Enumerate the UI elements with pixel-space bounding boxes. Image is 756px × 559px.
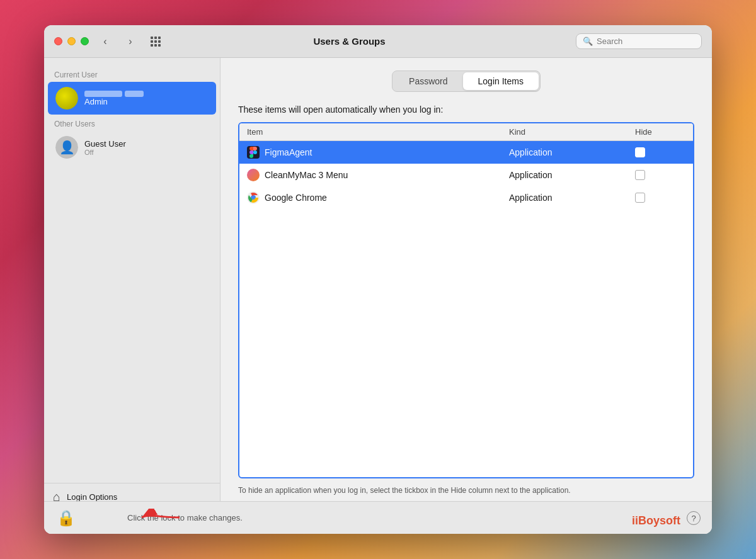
table-body: FigmaAgent Application CleanMyMac 3 Menu… — [239, 141, 693, 267]
minimize-button[interactable] — [67, 37, 76, 45]
row-item-chrome: Google Chrome — [247, 191, 509, 204]
table-row[interactable]: Google Chrome Application — [239, 186, 693, 209]
other-users-label: Other Users — [44, 115, 220, 131]
search-icon: 🔍 — [583, 37, 593, 46]
figma-row-name: FigmaAgent — [265, 147, 312, 157]
column-hide: Hide — [635, 127, 685, 137]
tab-container: Password Login Items — [392, 71, 541, 92]
bottom-bar: 🔒 Click the lock to make changes. iiBoys… — [44, 501, 712, 534]
tab-login-items[interactable]: Login Items — [463, 72, 539, 90]
back-button[interactable]: ‹ — [96, 33, 114, 50]
lock-icon[interactable]: 🔒 — [57, 509, 76, 527]
row-item-clm: CleanMyMac 3 Menu — [247, 169, 509, 181]
figma-icon — [247, 146, 260, 159]
svg-point-2 — [251, 196, 255, 200]
maximize-button[interactable] — [81, 37, 89, 45]
chrome-row-kind: Application — [509, 193, 635, 203]
iboysoft-logo: iiBoysoft — [632, 514, 680, 528]
main-content: Current User Admin Other Users 👤 — [44, 58, 712, 534]
admin-role: Admin — [84, 97, 144, 106]
table-row[interactable]: CleanMyMac 3 Menu Application — [239, 164, 693, 186]
column-kind: Kind — [509, 127, 635, 137]
figma-row-kind: Application — [509, 147, 635, 157]
table-header: Item Kind Hide — [239, 123, 693, 141]
login-options-label: Login Options — [67, 492, 117, 502]
tabs: Password Login Items — [238, 71, 694, 92]
clm-hide-checkbox[interactable] — [635, 170, 645, 180]
chrome-row-name: Google Chrome — [265, 193, 327, 203]
table-row[interactable]: FigmaAgent Application — [239, 141, 693, 164]
admin-user-item[interactable]: Admin — [48, 82, 216, 115]
admin-name-blurred-1 — [84, 91, 122, 97]
guest-avatar: 👤 — [55, 136, 78, 159]
admin-user-info: Admin — [84, 91, 144, 106]
help-button[interactable]: ? — [687, 511, 701, 525]
window-title: Users & Groups — [130, 36, 568, 47]
clm-icon — [247, 169, 260, 181]
clm-row-kind: Application — [509, 170, 635, 180]
close-button[interactable] — [54, 37, 62, 45]
admin-name-row — [84, 91, 144, 97]
description-text: These items will open automatically when… — [238, 104, 694, 115]
sidebar: Current User Admin Other Users 👤 — [44, 58, 220, 534]
guest-status: Off — [84, 149, 126, 156]
guest-name: Guest User — [84, 139, 126, 149]
arrow-indicator — [135, 509, 186, 526]
search-input[interactable] — [597, 37, 685, 46]
search-box[interactable]: 🔍 — [576, 33, 702, 49]
hint-text: To hide an application when you log in, … — [238, 485, 616, 496]
login-items-table: Item Kind Hide — [238, 122, 694, 478]
tab-password[interactable]: Password — [394, 72, 462, 90]
admin-avatar — [55, 87, 78, 110]
row-item-figma: FigmaAgent — [247, 146, 509, 159]
titlebar: ‹ › Users & Groups 🔍 — [44, 25, 712, 58]
current-user-label: Current User — [44, 65, 220, 82]
traffic-lights — [54, 37, 89, 45]
guest-user-info: Guest User Off — [84, 139, 126, 156]
main-window: ‹ › Users & Groups 🔍 Current User — [44, 25, 712, 534]
chrome-icon — [247, 191, 260, 204]
chrome-hide-checkbox[interactable] — [635, 193, 645, 203]
admin-name-blurred-2 — [125, 91, 144, 97]
figma-hide-checkbox[interactable] — [635, 147, 645, 157]
clm-row-name: CleanMyMac 3 Menu — [265, 170, 348, 180]
right-panel: Password Login Items These items will op… — [220, 58, 712, 534]
guest-user-item[interactable]: 👤 Guest User Off — [48, 131, 216, 164]
column-item: Item — [247, 127, 509, 137]
